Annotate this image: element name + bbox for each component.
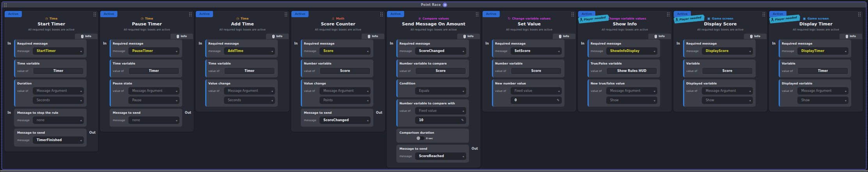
- card-drag-handle-icon[interactable]: [93, 12, 96, 16]
- card-drag-handle-icon[interactable]: [476, 12, 478, 16]
- dropdown-field[interactable]: none◀: [128, 116, 179, 124]
- active-state-badge[interactable]: Active: [291, 11, 309, 17]
- dropdown-field[interactable]: Message Argument◀: [702, 87, 753, 95]
- horizontal-scrollbar[interactable]: [0, 170, 868, 172]
- dropdown-field[interactable]: Seconds◀: [224, 97, 275, 104]
- dropdown-field[interactable]: DisplayTimer◀: [797, 47, 848, 55]
- info-button[interactable]: Info: [75, 34, 98, 39]
- info-button[interactable]: Info: [266, 34, 289, 39]
- card-subtitle: All required logic boxes are active: [291, 28, 385, 31]
- field-row: value ofScore: [399, 67, 466, 75]
- out-port-label: [87, 59, 98, 77]
- card-drag-handle-icon[interactable]: [284, 12, 287, 16]
- dropdown-field[interactable]: Show◀: [702, 97, 753, 104]
- duration-toggle[interactable]: 0 sec: [415, 136, 466, 140]
- variable-field[interactable]: Timer: [33, 67, 84, 75]
- card-header: Active≷Compare valuesSend Message On Amo…: [387, 11, 481, 39]
- card-drag-handle-icon[interactable]: [762, 12, 765, 16]
- dropdown-value: DisplayTimer: [800, 49, 845, 53]
- field-label: message: [113, 119, 128, 122]
- dropdown-field[interactable]: ShowInfoDisplay◀: [606, 47, 657, 55]
- dropdown-field[interactable]: Message Argument◀: [606, 87, 657, 95]
- field-row: value ofTimer: [17, 67, 84, 75]
- out-port-label: [564, 59, 576, 77]
- in-port-label: In: [673, 39, 683, 57]
- rule-card-display-score: ActivePlayer needed▣Game screenDisplay S…: [673, 11, 767, 112]
- field-label: message: [782, 50, 797, 53]
- dropdown-field[interactable]: ScoreChanged◀: [415, 47, 466, 55]
- field-row: messageTimerFinished◀: [17, 136, 84, 144]
- section-row: InRequired messagemessageScoreChanged◀: [387, 39, 481, 57]
- active-state-badge[interactable]: Active: [5, 11, 22, 17]
- dropdown-value: DisplayScore: [704, 49, 749, 53]
- info-button[interactable]: Info: [170, 34, 193, 39]
- info-button[interactable]: Info: [553, 34, 575, 39]
- dropdown-arrow-icon: ◀: [462, 155, 464, 158]
- active-state-badge[interactable]: Active: [483, 11, 500, 17]
- dropdown-field[interactable]: Message Argument◀: [128, 87, 179, 95]
- dropdown-field[interactable]: SetScore◀: [511, 47, 562, 55]
- tape-label: Player needed: [775, 16, 797, 22]
- dropdown-field[interactable]: ScoreChanged◀: [320, 116, 371, 124]
- dropdown-field[interactable]: TimerFinished◀: [33, 136, 84, 144]
- variable-field[interactable]: Show Rules HUD: [606, 67, 657, 75]
- number-input-field[interactable]: 0✎: [511, 97, 562, 104]
- field-row: value ofFixed value◀: [495, 87, 562, 95]
- group-drag-handle-icon[interactable]: [4, 3, 7, 7]
- card-drag-handle-icon[interactable]: [858, 12, 861, 16]
- info-button[interactable]: Info: [362, 34, 384, 39]
- info-button[interactable]: Info: [744, 34, 767, 39]
- dropdown-field[interactable]: Seconds◀: [33, 97, 84, 104]
- variable-field[interactable]: Timer: [224, 67, 275, 75]
- dropdown-field[interactable]: Equals◀: [415, 87, 466, 95]
- dropdown-field[interactable]: PauseTimer◀: [128, 47, 179, 55]
- dropdown-field[interactable]: Message Argument◀: [320, 87, 371, 95]
- variable-field[interactable]: Timer: [797, 67, 848, 75]
- dropdown-field[interactable]: Points◀: [320, 97, 371, 104]
- card-drag-handle-icon[interactable]: [667, 12, 669, 16]
- dropdown-field[interactable]: ScoreReached◀: [415, 152, 466, 160]
- card-drag-handle-icon[interactable]: [189, 12, 192, 16]
- section-displayed-variable: Displayed variablevalue ofMessage Argume…: [779, 79, 851, 107]
- dropdown-field[interactable]: Score◀: [320, 47, 371, 55]
- section-title: Duration: [17, 82, 84, 85]
- section-row: InRequired messagemessageAddTime◀: [195, 39, 289, 57]
- plus-circle-badge-icon[interactable]: ⊕: [443, 3, 447, 7]
- dropdown-field[interactable]: DisplayScore◀: [702, 47, 753, 55]
- variable-field[interactable]: Score: [511, 67, 562, 75]
- dropdown-field[interactable]: Message Argument◀: [797, 87, 848, 95]
- card-drag-handle-icon[interactable]: [571, 12, 574, 16]
- group-titlebar[interactable]: Point Race ⊕: [2, 2, 866, 7]
- section-title: Required message: [304, 42, 371, 45]
- field-row: messageShowInfoDisplay◀: [591, 47, 657, 55]
- active-state-badge[interactable]: Active: [196, 11, 213, 17]
- card-drag-handle-icon[interactable]: [380, 12, 383, 16]
- dropdown-field[interactable]: Fixed value◀: [415, 107, 466, 115]
- dropdown-field[interactable]: Fixed value◀: [511, 87, 562, 95]
- dropdown-field[interactable]: Pause◀: [128, 97, 179, 104]
- variable-field[interactable]: Score: [415, 67, 466, 75]
- info-button[interactable]: Info: [457, 34, 480, 39]
- dropdown-field[interactable]: Message Argument◀: [33, 87, 84, 95]
- section-title: Value change: [304, 82, 371, 85]
- active-state-badge[interactable]: Active: [387, 11, 404, 17]
- field-label: value of: [782, 70, 797, 73]
- dropdown-field[interactable]: StartTimer◀: [33, 47, 84, 55]
- dropdown-value: Fixed value: [417, 109, 462, 113]
- dropdown-field[interactable]: Message Argument◀: [224, 87, 275, 95]
- dropdown-field[interactable]: Show◀: [797, 97, 848, 104]
- info-button[interactable]: Info: [648, 34, 671, 39]
- variable-field[interactable]: Timer: [128, 67, 179, 75]
- field-label: message: [495, 50, 511, 53]
- dropdown-field[interactable]: AddTime◀: [224, 47, 275, 55]
- dropdown-field[interactable]: Show◀: [606, 97, 657, 104]
- in-port-label: [4, 79, 14, 107]
- toggle-knob[interactable]: [417, 136, 420, 140]
- in-port-label: [387, 129, 396, 143]
- variable-field[interactable]: Score: [320, 67, 371, 75]
- dropdown-field[interactable]: none◀: [33, 116, 84, 124]
- info-button[interactable]: Info: [840, 34, 862, 39]
- variable-field[interactable]: Score: [702, 67, 753, 75]
- active-state-badge[interactable]: Active: [100, 11, 117, 17]
- number-input-field[interactable]: 10✎: [415, 116, 466, 124]
